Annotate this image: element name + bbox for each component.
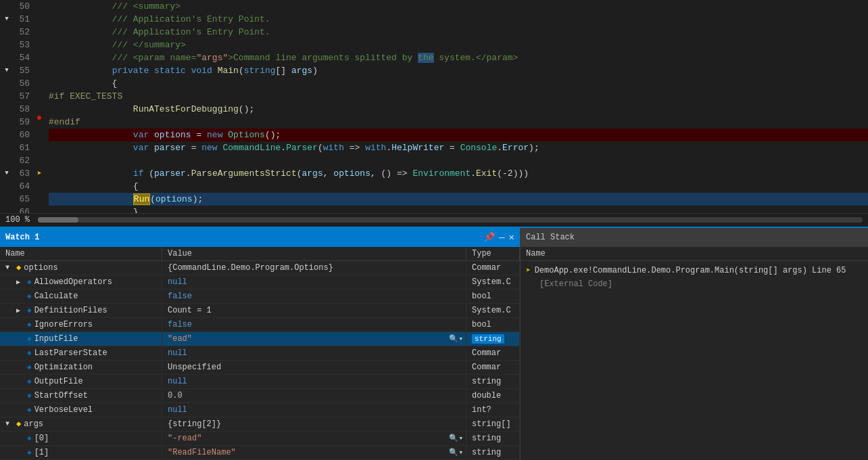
watch-value-ao: null [162,275,466,289]
options-icon: ◆ [16,262,21,273]
horizontal-scrollbar[interactable] [38,217,863,223]
watch-panel-title: Watch 1 [5,233,39,242]
close-icon[interactable]: ✕ [509,231,514,243]
line-num-53: 53 [3,39,30,51]
watch-row-startoffset[interactable]: ▶ ◈ StartOffset 0.0 double [0,389,520,403]
col-header-name: Name [0,247,162,260]
search-if-icon[interactable]: 🔍▾ [449,334,463,343]
line-num-62: 62 [3,154,30,167]
line-num-51: ▼51 [3,13,30,26]
expand-ao-icon[interactable]: ▶ [16,278,24,286]
watch-row-args0[interactable]: ▶ ◈ [0] "-read" 🔍▾ string [0,432,520,446]
line-num-55: ▼55 [3,64,30,77]
watch-row-ignoreerrors[interactable]: ▶ ◈ IgnoreErrors false bool [0,318,520,332]
zoom-level: 100 % [5,215,30,225]
watch-row-inputfile[interactable]: ▶ ◈ InputFile "ead" 🔍▾ string [0,332,520,346]
code-line-58: RunATestForDebugging(); [49,103,868,116]
line-num-57: 57 [3,90,30,103]
scrollbar-area: 100 % [0,213,868,227]
watch-row-optimization[interactable]: ▶ ◈ Optimization Unspecified Commar [0,361,520,375]
watch-value-lps: null [162,346,466,360]
watch-name-of: ▶ ◈ OutputFile [0,375,162,388]
ao-icon: ◈ [27,277,32,286]
bp-gutter: ● ➤ [32,0,46,213]
a0-icon: ◈ [27,434,32,442]
watch-type-opt: Commar [466,361,520,374]
watch-value-inputfile: "ead" 🔍▾ [162,332,466,346]
code-line-51: /// Application's Entry Point. [49,13,868,26]
search-a0-icon[interactable]: 🔍▾ [449,434,463,442]
callstack-panel: Call Stack Name ➤ DemoApp.exe!CommandLin… [521,228,868,461]
watch-value-vl: null [162,403,466,417]
code-line-57: #if EXEC_TESTS [49,90,868,103]
watch-row-outputfile[interactable]: ▶ ◈ OutputFile null string [0,375,520,389]
line-num-64: 64 [3,180,30,193]
watch-value-options: {CommandLine.Demo.Program.Options} [162,261,466,275]
watch-value-of: null [162,375,466,388]
watch-type-options: Commar [466,261,520,275]
col-header-type: Type [466,247,520,260]
lps-icon: ◈ [27,348,32,357]
args-icon: ◆ [16,419,21,429]
callstack-entry-external: [External Code] [526,279,612,289]
code-line-61: var parser = new CommandLine.Parser(with… [49,141,868,154]
watch-name-inputfile: ▶ ◈ InputFile [0,332,162,346]
watch-row-verboselevel[interactable]: ▶ ◈ VerboseLevel null int? [0,403,520,417]
watch-value-ie: false [162,318,466,331]
watch-name-definitionfiles: ▶ ◈ DefinitionFiles [0,304,162,317]
line-num-54: 54 [3,51,30,64]
code-line-59: #endif [49,116,868,129]
watch-panel-header: Watch 1 📌 — ✕ [0,228,520,247]
minimize-icon[interactable]: — [499,232,504,243]
watch-type-of: string [466,375,520,388]
code-line-52: /// Application's Entry Point. [49,26,868,39]
so-icon: ◈ [27,391,32,400]
watch-name-ignoreerrors: ▶ ◈ IgnoreErrors [0,318,162,331]
callstack-title: Call Stack [526,233,575,242]
callstack-row-main[interactable]: ➤ DemoApp.exe!CommandLine.Demo.Program.M… [521,264,868,277]
watch-type-lps: Commar [466,346,520,360]
watch-row-lastparserstate[interactable]: ▶ ◈ LastParserState null Commar [0,346,520,361]
expand-options-icon[interactable]: ▼ [5,264,14,271]
if-icon: ◈ [27,334,32,343]
watch-row-args[interactable]: ▼ ◆ args {string[2]} string[] [0,417,520,432]
callstack-column-header: Name [521,247,868,261]
of-icon: ◈ [27,377,32,386]
watch-type-df: System.C [466,304,520,317]
line-num-61: 61 [3,141,30,154]
watch-row-definitionfiles[interactable]: ▶ ◈ DefinitionFiles Count = 1 System.C [0,304,520,318]
watch-row-args1[interactable]: ▶ ◈ [1] "ReadFileName" 🔍▾ string [0,446,520,460]
watch-type-inputfile: string [466,332,520,346]
pin-icon[interactable]: 📌 [483,231,495,243]
search-a1-icon[interactable]: 🔍▾ [449,448,463,457]
watch-panel-icons: 📌 — ✕ [483,231,514,243]
watch-value-df: Count = 1 [162,304,466,317]
calc-icon: ◈ [27,292,32,300]
callstack-row-external[interactable]: [External Code] [521,277,868,291]
watch-type-args0: string [466,432,520,445]
watch-row-calculate[interactable]: ▶ ◈ Calculate false bool [0,290,520,304]
vl-icon: ◈ [27,405,32,414]
watch-type-ao: System.C [466,275,520,289]
line-num-63: ▼63 [3,167,30,180]
line-num-66: 66 [3,206,30,213]
watch-panel: Watch 1 📌 — ✕ Name Value Type ▼ [0,228,521,461]
watch-type-calculate: bool [466,290,520,303]
watch-value-calculate: false [162,290,466,303]
watch-row-allowedoperators[interactable]: ▶ ◈ AllowedOperators null System.C [0,275,520,290]
line-num-60: 60 [3,129,30,141]
code-line-63: if (parser.ParseArgumentsStrict(args, op… [49,167,868,180]
expand-df-icon[interactable]: ▶ [16,306,24,315]
code-line-64: { [49,180,868,193]
watch-type-vl: int? [466,403,520,417]
watch-value-so: 0.0 [162,389,466,402]
line-num-56: 56 [3,77,30,90]
watch-name-allowedoperators: ▶ ◈ AllowedOperators [0,275,162,289]
callstack-col-name: Name [526,249,546,258]
line-num-59: 59 [3,116,30,129]
watch-name-options: ▼ ◆ options [0,261,162,275]
watch-row-options[interactable]: ▼ ◆ options {CommandLine.Demo.Program.Op… [0,261,520,275]
df-icon: ◈ [27,306,32,315]
code-line-62 [49,154,868,167]
expand-args-icon[interactable]: ▼ [5,420,14,428]
